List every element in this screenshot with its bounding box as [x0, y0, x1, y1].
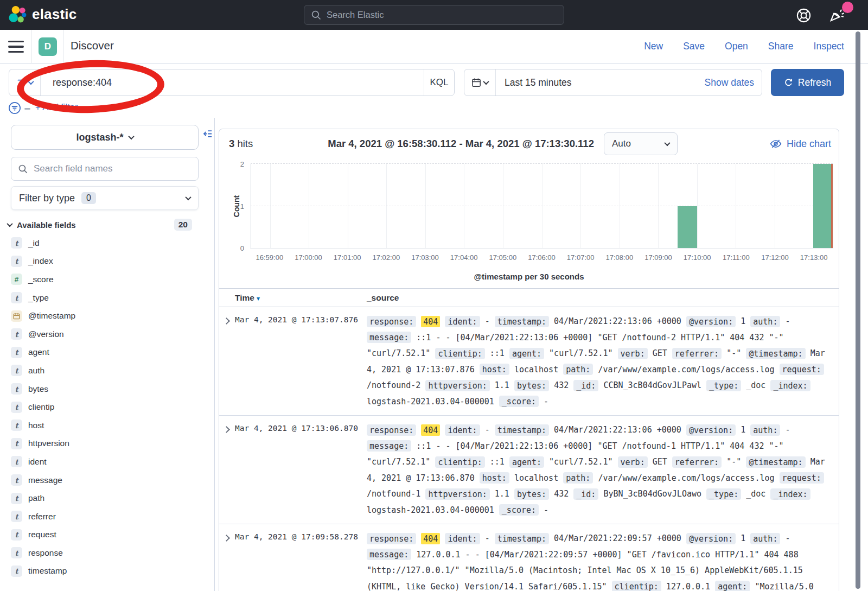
histogram[interactable]: Count 012 [250, 164, 833, 249]
save-button[interactable]: Save [683, 41, 705, 52]
global-header: elastic Search Elastic [0, 0, 868, 30]
field-item-clientip[interactable]: tclientip [11, 398, 206, 416]
collapse-sidebar-button[interactable] [202, 129, 213, 141]
field-name-badge: host: [480, 472, 509, 484]
field-name-badge: message: [367, 440, 411, 452]
field-name-badge: auth: [750, 424, 780, 436]
doc-table-row: Mar 4, 2021 @ 17:09:58.278response: 404 … [219, 524, 839, 591]
field-type-icon: t [11, 565, 22, 577]
expand-row-button[interactable] [223, 317, 230, 325]
field-value: - [785, 316, 790, 326]
field-name-badge: @timestamp: [746, 348, 805, 359]
field-name-badge: path: [563, 472, 593, 484]
query-bar: response:404 KQL [9, 69, 455, 96]
inspect-button[interactable]: Inspect [814, 41, 844, 52]
field-name-badge: _index: [770, 488, 810, 500]
search-field-names-input[interactable]: Search field names [11, 157, 199, 181]
field-item-@version[interactable]: t@version [11, 325, 206, 344]
gridline [503, 164, 503, 248]
field-type-icon: t [11, 474, 22, 486]
field-item-_index[interactable]: t_index [11, 252, 206, 271]
field-name-badge: bytes: [514, 380, 549, 391]
filter-by-type-count: 0 [81, 192, 96, 204]
field-item-ident[interactable]: tident [11, 453, 206, 471]
menu-button[interactable] [8, 41, 24, 53]
field-name-badge: clientip: [612, 581, 661, 591]
field-item-httpversion[interactable]: thttpversion [11, 435, 206, 453]
field-item-auth[interactable]: tauth [11, 361, 206, 380]
gridline [697, 164, 698, 248]
field-item-timestamp[interactable]: ttimestamp [11, 562, 206, 581]
field-name: @version [28, 329, 64, 339]
field-type-icon: t [11, 456, 22, 467]
field-item-request[interactable]: trequest [11, 526, 206, 544]
field-value: /notfound-2 [367, 380, 420, 390]
filter-by-type-select[interactable]: Filter by type 0 [11, 186, 199, 210]
add-filter-button[interactable]: + Add filter [35, 102, 78, 112]
x-tick-label: 17:09:00 [644, 253, 672, 262]
field-value: 1.1 [495, 380, 509, 390]
global-search-input[interactable]: Search Elastic [304, 5, 564, 25]
filter-menu-button[interactable] [8, 101, 21, 117]
interval-select[interactable]: Auto [604, 132, 678, 155]
field-item-_type[interactable]: t_type [11, 289, 206, 307]
notification-badge [842, 2, 853, 13]
x-tick-label: 17:12:00 [761, 253, 789, 262]
field-name: request [28, 530, 56, 539]
discover-main-panel: 3 hits Mar 4, 2021 @ 16:58:30.112 - Mar … [219, 129, 839, 591]
field-type-icon: t [11, 347, 22, 358]
elastic-logo[interactable]: elastic [9, 5, 76, 23]
query-input[interactable]: response:404 [41, 77, 424, 88]
query-language-button[interactable]: KQL [424, 69, 454, 96]
time-range-value[interactable]: Last 15 minutes [496, 77, 705, 88]
share-button[interactable]: Share [768, 41, 794, 52]
field-item-_score[interactable]: #_score [11, 270, 206, 289]
field-name-badge: clientip: [435, 456, 484, 468]
app-tab[interactable]: D [31, 30, 64, 63]
field-item-_id[interactable]: t_id [11, 234, 206, 252]
field-name-badge: _score: [499, 396, 539, 407]
expand-row-button[interactable] [223, 535, 230, 542]
chevron-down-icon [483, 79, 489, 85]
new-button[interactable]: New [644, 41, 663, 52]
field-name: clientip [28, 402, 54, 412]
field-item-host[interactable]: thost [11, 416, 206, 435]
field-value: - [544, 397, 548, 406]
show-dates-button[interactable]: Show dates [705, 77, 762, 88]
top-nav: New Save Open Share Inspect [644, 30, 844, 63]
hide-chart-button[interactable]: Hide chart [770, 138, 831, 150]
field-item-referrer[interactable]: treferrer [11, 507, 206, 526]
field-name-badge: agent: [509, 456, 544, 468]
x-tick-label: 17:07:00 [567, 253, 595, 262]
field-item-@timestamp[interactable]: @timestamp [11, 307, 206, 325]
refresh-button[interactable]: Refresh [771, 69, 844, 96]
open-button[interactable]: Open [725, 41, 748, 52]
expand-row-button[interactable] [223, 426, 230, 433]
field-item-message[interactable]: tmessage [11, 471, 206, 490]
time-column-header[interactable]: Time▾ [235, 293, 367, 303]
available-fields-label: Available fields [17, 220, 76, 230]
histogram-bar[interactable] [813, 164, 833, 248]
field-value: 04/Mar/2021:22:09:57 +0000 [554, 533, 681, 543]
chevron-down-icon [28, 79, 34, 85]
field-name-badge: @version: [686, 533, 736, 544]
field-item-bytes[interactable]: tbytes [11, 380, 206, 398]
histogram-bar[interactable] [678, 206, 697, 249]
field-name-badge: host: [480, 364, 509, 375]
field-type-icon: t [11, 438, 22, 449]
highlighted-value: 404 [421, 424, 440, 436]
x-tick-label: 17:13:00 [800, 253, 828, 262]
field-item-path[interactable]: tpath [11, 489, 206, 507]
field-item-agent[interactable]: tagent [11, 344, 206, 362]
index-pattern-select[interactable]: logstash-* [11, 125, 199, 150]
available-fields-header[interactable]: Available fields 20 [8, 218, 199, 232]
field-type-icon: # [11, 274, 22, 285]
field-item-response[interactable]: tresponse [11, 544, 206, 562]
saved-query-menu-button[interactable] [9, 69, 41, 96]
field-name-badge: message: [367, 332, 411, 343]
date-quick-menu-button[interactable] [464, 69, 496, 96]
field-value: 04/Mar/2021:22:13:06 +0000 [554, 316, 681, 326]
vertical-scrollbar[interactable] [856, 31, 860, 589]
help-button[interactable] [795, 7, 812, 23]
field-name-badge: response: [367, 424, 416, 436]
